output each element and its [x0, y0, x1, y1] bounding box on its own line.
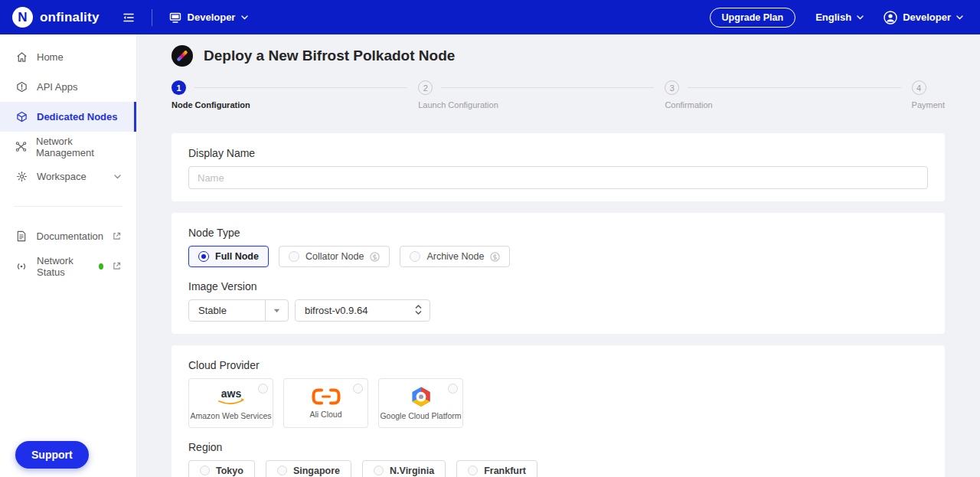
cloud-provider-label: Cloud Provider: [188, 359, 928, 371]
region-singapore[interactable]: Singapore: [266, 460, 351, 477]
release-channel-value: Stable: [189, 305, 265, 316]
image-version-value: bifrost-v0.9.64: [296, 305, 415, 316]
chevron-down-icon: [857, 15, 864, 20]
radio-unselected-icon: [410, 251, 420, 262]
sidebar-collapse-icon[interactable]: [122, 11, 135, 24]
sidebar-item-label: Home: [37, 51, 64, 63]
step-launch-configuration: 2 Launch Configuration: [418, 80, 665, 109]
upgrade-plan-button[interactable]: Upgrade Plan: [710, 8, 796, 28]
network-status-icon: [15, 262, 28, 271]
provider-ali-cloud[interactable]: Ali Cloud: [283, 378, 368, 428]
radio-selected-icon: [198, 251, 209, 262]
api-apps-icon: [15, 81, 28, 93]
app-window: N onfinality Developer Upgrade Plan Engl…: [0, 0, 980, 477]
sidebar-item-workspace[interactable]: Workspace: [0, 162, 136, 191]
sidebar-item-api-apps[interactable]: API Apps: [0, 72, 136, 102]
language-selector[interactable]: English: [815, 11, 864, 23]
radio-unselected-icon: [289, 251, 299, 262]
up-down-caret-icon: [415, 305, 422, 317]
support-button[interactable]: Support: [15, 441, 89, 469]
main-content: Deploy a New Bifrost Polkadot Node 1 Nod…: [137, 34, 980, 477]
sidebar-item-network-management[interactable]: Network Management: [0, 132, 136, 162]
brand-name: onfinality: [40, 10, 100, 25]
region-options: Tokyo Singapore N.Virginia Frankfurt: [188, 460, 928, 477]
workspace-settings-icon: [15, 171, 28, 182]
region-tokyo[interactable]: Tokyo: [188, 460, 255, 477]
external-link-icon: [113, 232, 121, 240]
region-option-label: Singapore: [293, 466, 340, 476]
caret-down-icon: [265, 300, 288, 321]
onfinality-logo[interactable]: N onfinality: [12, 7, 100, 28]
node-type-options: Full Node Collator Node Archive Node: [188, 246, 928, 267]
display-name-card: Display Name: [172, 133, 945, 201]
chevron-down-icon: [241, 15, 248, 20]
node-config-card: Node Type Full Node Collator Node Archiv…: [172, 213, 945, 334]
workspace-icon: [169, 12, 181, 23]
step-confirmation: 3 Confirmation: [665, 80, 911, 109]
workspace-name: Developer: [188, 11, 236, 23]
google-cloud-logo: [410, 386, 433, 407]
deploy-stepper: 1 Node Configuration 2 Launch Configurat…: [172, 80, 945, 109]
step-number: 2: [418, 80, 433, 95]
home-icon: [15, 51, 28, 63]
region-option-label: N.Virginia: [390, 466, 434, 476]
region-label: Region: [188, 441, 928, 453]
provider-aws[interactable]: aws Amazon Web Services: [188, 378, 273, 428]
page-title: Deploy a New Bifrost Polkadot Node: [204, 47, 455, 64]
status-online-dot: [99, 263, 103, 270]
sidebar-link-documentation[interactable]: Documentation: [0, 221, 136, 251]
radio-unselected-icon: [200, 466, 210, 475]
step-node-configuration: 1 Node Configuration: [172, 80, 418, 109]
top-navbar: N onfinality Developer Upgrade Plan Engl…: [0, 0, 980, 34]
sidebar-item-label: API Apps: [37, 81, 77, 93]
user-menu[interactable]: Developer: [884, 11, 963, 25]
step-number: 3: [665, 80, 679, 95]
display-name-label: Display Name: [188, 147, 928, 159]
cloud-provider-options: aws Amazon Web Services Ali: [188, 378, 928, 428]
alicloud-logo: [311, 387, 341, 406]
workspace-selector[interactable]: Developer: [169, 11, 249, 23]
node-type-option-label: Full Node: [215, 251, 259, 262]
cloud-config-card: Cloud Provider aws Amazon Web Services: [172, 345, 945, 477]
step-connector: [194, 87, 407, 88]
sidebar-item-label: Dedicated Nodes: [37, 111, 117, 123]
sidebar-link-label: Network Status: [37, 255, 87, 278]
sidebar-item-dedicated-nodes[interactable]: Dedicated Nodes: [0, 102, 136, 132]
node-type-label: Node Type: [188, 227, 928, 239]
image-version-select[interactable]: bifrost-v0.9.64: [295, 299, 430, 322]
premium-cost-icon: [370, 252, 380, 262]
provider-google-cloud[interactable]: Google Cloud Platform: [378, 378, 463, 428]
node-type-option-label: Collator Node: [305, 251, 364, 262]
node-type-collator-node[interactable]: Collator Node: [279, 246, 390, 267]
documentation-icon: [15, 230, 28, 242]
premium-cost-icon: [490, 252, 500, 262]
step-connector: [688, 87, 900, 88]
display-name-input[interactable]: [188, 166, 928, 189]
external-link-icon: [113, 262, 121, 270]
sidebar-item-label: Workspace: [37, 171, 87, 182]
sidebar: Home API Apps Dedicated Nodes Network Ma…: [0, 34, 137, 477]
image-version-selects: Stable bifrost-v0.9.64: [188, 299, 928, 322]
radio-unselected-icon: [468, 466, 478, 475]
provider-name: Google Cloud Platform: [380, 411, 461, 420]
image-version-label: Image Version: [188, 280, 928, 292]
release-channel-select[interactable]: Stable: [188, 299, 289, 322]
region-frankfurt[interactable]: Frankfurt: [456, 460, 537, 477]
step-label: Confirmation: [665, 100, 911, 109]
step-number: 1: [172, 80, 186, 95]
page-header: Deploy a New Bifrost Polkadot Node: [172, 44, 946, 67]
provider-name: Ali Cloud: [309, 410, 341, 419]
sidebar-divider: [14, 206, 122, 207]
step-payment: 4 Payment: [912, 80, 945, 109]
user-name: Developer: [903, 11, 951, 23]
region-n-virginia[interactable]: N.Virginia: [362, 460, 446, 477]
provider-name: Amazon Web Services: [190, 411, 271, 420]
chevron-down-icon: [114, 175, 121, 179]
sidebar-link-network-status[interactable]: Network Status: [0, 251, 136, 281]
avatar-icon: [884, 11, 897, 25]
radio-unselected-icon: [277, 466, 287, 475]
node-type-full-node[interactable]: Full Node: [188, 246, 269, 267]
sidebar-item-home[interactable]: Home: [0, 42, 136, 72]
node-type-archive-node[interactable]: Archive Node: [400, 246, 510, 267]
step-number: 4: [912, 80, 926, 95]
